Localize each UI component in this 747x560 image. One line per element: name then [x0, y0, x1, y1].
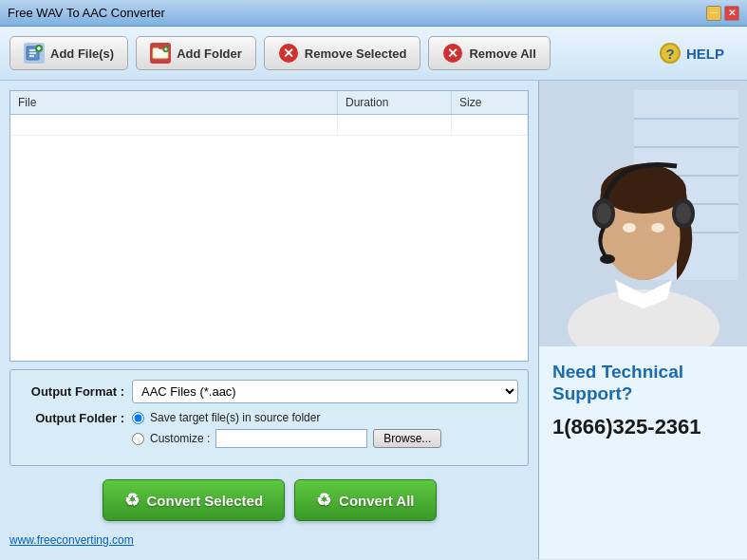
- minimize-button[interactable]: ─: [706, 6, 721, 21]
- browse-button[interactable]: Browse...: [373, 429, 441, 448]
- window-controls: ─ ✕: [706, 6, 739, 21]
- remove-selected-button[interactable]: ✕ Remove Selected: [264, 36, 421, 70]
- convert-selected-button[interactable]: ♻ Convert Selected: [103, 479, 286, 521]
- add-files-icon: [24, 43, 45, 64]
- add-folder-label: Add Folder: [177, 47, 242, 61]
- close-button[interactable]: ✕: [724, 6, 739, 21]
- app-title: Free WAV To AAC Converter: [8, 6, 165, 20]
- add-files-button[interactable]: Add File(s): [9, 36, 128, 70]
- save-source-radio[interactable]: [132, 412, 144, 424]
- svg-point-24: [596, 203, 611, 224]
- support-text: Need Technical Support? 1(866)325-2361: [539, 346, 747, 455]
- support-phone: 1(866)325-2361: [552, 415, 734, 439]
- toolbar: Add File(s) Add Folder ✕ Remove Selected…: [0, 27, 747, 81]
- folder-row: Output Folder : Save target file(s) in s…: [20, 411, 518, 448]
- format-select[interactable]: AAC Files (*.aac): [132, 380, 518, 403]
- col-duration: Duration: [338, 91, 452, 114]
- folder-label: Output Folder :: [20, 411, 124, 425]
- remove-all-icon: ✕: [442, 43, 463, 64]
- help-icon: ?: [660, 43, 681, 64]
- file-cell: [10, 115, 338, 135]
- left-panel: File Duration Size Output Format : AAC F…: [0, 81, 538, 559]
- customize-radio[interactable]: [132, 433, 144, 445]
- size-cell: [452, 115, 528, 135]
- support-image: [539, 81, 748, 346]
- duration-cell: [338, 115, 452, 135]
- col-size: Size: [452, 91, 528, 114]
- help-label: HELP: [686, 46, 724, 62]
- format-row: Output Format : AAC Files (*.aac): [20, 380, 518, 403]
- remove-selected-icon: ✕: [278, 43, 299, 64]
- folder-options: Save target file(s) in source folder Cus…: [132, 411, 441, 448]
- svg-point-22: [651, 223, 664, 233]
- customize-label: Customize :: [150, 432, 210, 445]
- add-folder-icon: [150, 43, 171, 64]
- output-settings: Output Format : AAC Files (*.aac) Output…: [9, 369, 529, 466]
- add-files-label: Add File(s): [50, 47, 114, 61]
- customize-input[interactable]: [215, 429, 367, 448]
- col-file: File: [10, 91, 338, 114]
- table-header: File Duration Size: [10, 91, 528, 115]
- main-content: File Duration Size Output Format : AAC F…: [0, 81, 747, 559]
- convert-buttons-row: ♻ Convert Selected ♻ Convert All: [9, 474, 529, 523]
- title-bar: Free WAV To AAC Converter ─ ✕: [0, 0, 747, 27]
- svg-point-26: [676, 203, 691, 224]
- convert-all-icon: ♻: [316, 490, 331, 511]
- convert-selected-icon: ♻: [124, 490, 140, 511]
- support-heading: Need Technical Support?: [552, 362, 734, 405]
- file-table: File Duration Size: [9, 90, 529, 362]
- format-label: Output Format :: [20, 384, 124, 399]
- remove-selected-label: Remove Selected: [305, 47, 407, 61]
- save-source-label: Save target file(s) in source folder: [150, 411, 320, 424]
- convert-selected-label: Convert Selected: [147, 493, 264, 509]
- remove-all-button[interactable]: ✕ Remove All: [428, 36, 550, 70]
- help-button[interactable]: ? HELP: [646, 37, 738, 69]
- right-panel: Need Technical Support? 1(866)325-2361: [538, 81, 747, 559]
- save-source-row: Save target file(s) in source folder: [132, 411, 441, 424]
- svg-point-27: [600, 254, 615, 264]
- add-folder-button[interactable]: Add Folder: [136, 36, 256, 70]
- convert-all-label: Convert All: [339, 493, 414, 509]
- customize-row: Customize : Browse...: [132, 429, 441, 448]
- convert-all-button[interactable]: ♻ Convert All: [294, 479, 436, 521]
- remove-all-label: Remove All: [469, 47, 535, 61]
- website-link[interactable]: www.freeconverting.com: [9, 531, 529, 550]
- table-row[interactable]: [10, 115, 528, 136]
- svg-point-21: [623, 223, 636, 233]
- table-body[interactable]: [10, 115, 528, 361]
